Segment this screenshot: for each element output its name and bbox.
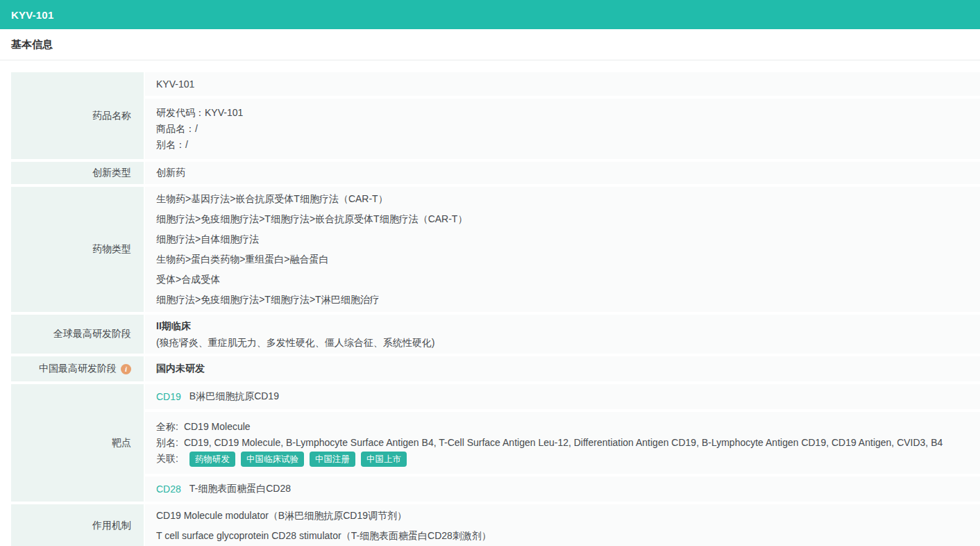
innovation-type-label: 创新类型 xyxy=(11,162,144,184)
dev-code-line: 研发代码：KYV-101 xyxy=(156,105,969,121)
drug-name-label: 药品名称 xyxy=(11,72,144,159)
drug-type-item: 细胞疗法>免疫细胞疗法>T细胞疗法>嵌合抗原受体T细胞疗法（CAR-T） xyxy=(156,209,969,229)
table-row-drug-type: 药物类型 生物药>基因疗法>嵌合抗原受体T细胞疗法（CAR-T） 细胞疗法>免疫… xyxy=(11,187,980,312)
target-cd28-desc: T-细胞表面糖蛋白CD28 xyxy=(189,483,291,495)
relation-button-china-listed[interactable]: 中国上市 xyxy=(361,452,407,467)
table-row-innovation-type: 创新类型 创新药 xyxy=(11,162,980,184)
target-label: 靶点 xyxy=(11,384,144,502)
mechanism-item: CD19 Molecule modulator（B淋巴细胞抗原CD19调节剂） xyxy=(156,506,969,526)
target-alias-line: 别名: CD19, CD19 Molecule, B-Lymphocyte Su… xyxy=(156,435,969,451)
drug-type-item: 生物药>蛋白类药物>重组蛋白>融合蛋白 xyxy=(156,249,969,270)
dev-code-value: KYV-101 xyxy=(205,107,243,118)
global-stage-label: 全球最高研发阶段 xyxy=(11,315,144,354)
basic-info-section-header: 基本信息 xyxy=(0,29,980,60)
dev-code-label: 研发代码： xyxy=(156,107,205,118)
page-title: KYV-101 xyxy=(11,9,53,21)
china-stage-label-cell: 中国最高研发阶段 i xyxy=(11,356,144,381)
innovation-type-value: 创新药 xyxy=(145,162,980,184)
page-header: KYV-101 xyxy=(0,0,980,29)
target-fullname-line: 全称: CD19 Molecule xyxy=(156,419,969,435)
mechanism-values: CD19 Molecule modulator（B淋巴细胞抗原CD19调节剂） … xyxy=(145,504,980,546)
drug-type-item: 细胞疗法>免疫细胞疗法>T细胞疗法>T淋巴细胞治疗 xyxy=(156,290,969,310)
alias-label: 别名： xyxy=(156,139,185,150)
table-row-drug-name: 药品名称 KYV-101 研发代码：KYV-101 商品名：/ 别名：/ xyxy=(11,72,980,159)
relation-button-china-registration[interactable]: 中国注册 xyxy=(310,452,355,467)
relation-button-drug-rd[interactable]: 药物研发 xyxy=(189,452,235,467)
alias-line: 别名：/ xyxy=(156,137,969,153)
target-alias-label: 别名: xyxy=(156,435,178,451)
target-cd19-link[interactable]: CD19 xyxy=(156,391,181,402)
basic-info-table: 药品名称 KYV-101 研发代码：KYV-101 商品名：/ 别名：/ 创新类… xyxy=(11,72,980,546)
target-relation-label: 关联: xyxy=(156,451,178,467)
global-stage-value: II期临床 (狼疮肾炎、重症肌无力、多发性硬化、僵人综合征、系统性硬化) xyxy=(145,315,980,354)
drug-type-label: 药物类型 xyxy=(11,187,144,312)
target-alias-value: CD19, CD19 Molecule, B-Lymphocyte Surfac… xyxy=(184,435,943,451)
target-cd28-link[interactable]: CD28 xyxy=(156,483,181,495)
china-stage-value: 国内未研发 xyxy=(156,363,205,375)
target-cd28-row: CD28 T-细胞表面糖蛋白CD28 xyxy=(145,477,980,502)
table-row-target: 靶点 CD19 B淋巴细胞抗原CD19 全称: CD19 Molecule 别名… xyxy=(11,384,980,502)
target-fullname-label: 全称: xyxy=(156,419,178,435)
drug-name-value: KYV-101 xyxy=(156,78,194,90)
trade-name-line: 商品名：/ xyxy=(156,121,969,137)
global-stage-indications: (狼疮肾炎、重症肌无力、多发性硬化、僵人综合征、系统性硬化) xyxy=(156,334,969,351)
target-relation-line: 关联: 药物研发 中国临床试验 中国注册 中国上市 xyxy=(156,451,969,467)
target-fullname-value: CD19 Molecule xyxy=(184,419,251,435)
table-row-china-stage: 中国最高研发阶段 i 国内未研发 xyxy=(11,356,980,381)
trade-name-label: 商品名： xyxy=(156,123,195,134)
drug-name-detail: 研发代码：KYV-101 商品名：/ 别名：/ xyxy=(145,99,980,159)
drug-type-item: 生物药>基因疗法>嵌合抗原受体T细胞疗法（CAR-T） xyxy=(156,189,969,209)
drug-name-values: KYV-101 研发代码：KYV-101 商品名：/ 别名：/ xyxy=(145,72,980,159)
info-icon[interactable]: i xyxy=(121,364,131,374)
drug-type-values: 生物药>基因疗法>嵌合抗原受体T细胞疗法（CAR-T） 细胞疗法>免疫细胞疗法>… xyxy=(145,187,980,312)
section-title: 基本信息 xyxy=(11,38,53,51)
target-cd19-desc: B淋巴细胞抗原CD19 xyxy=(189,390,279,403)
china-stage-value-block: 国内未研发 xyxy=(145,356,980,381)
china-stage-label: 中国最高研发阶段 xyxy=(39,363,117,375)
drug-type-item: 受体>合成受体 xyxy=(156,270,969,290)
table-row-global-stage: 全球最高研发阶段 II期临床 (狼疮肾炎、重症肌无力、多发性硬化、僵人综合征、系… xyxy=(11,315,980,354)
drug-type-item: 细胞疗法>自体细胞疗法 xyxy=(156,229,969,249)
target-cd19-row: CD19 B淋巴细胞抗原CD19 xyxy=(145,384,980,409)
relation-button-china-clinical-trial[interactable]: 中国临床试验 xyxy=(241,452,304,467)
mechanism-item: T cell surface glycoprotein CD28 stimula… xyxy=(156,526,969,546)
drug-name-main: KYV-101 xyxy=(145,72,980,96)
mechanism-label: 作用机制 xyxy=(11,504,144,546)
alias-value: / xyxy=(185,139,188,150)
target-cd19-detail: 全称: CD19 Molecule 别名: CD19, CD19 Molecul… xyxy=(145,412,980,474)
global-stage-phase: II期临床 xyxy=(156,317,969,334)
table-row-mechanism: 作用机制 CD19 Molecule modulator（B淋巴细胞抗原CD19… xyxy=(11,504,980,546)
trade-name-value: / xyxy=(195,123,198,134)
